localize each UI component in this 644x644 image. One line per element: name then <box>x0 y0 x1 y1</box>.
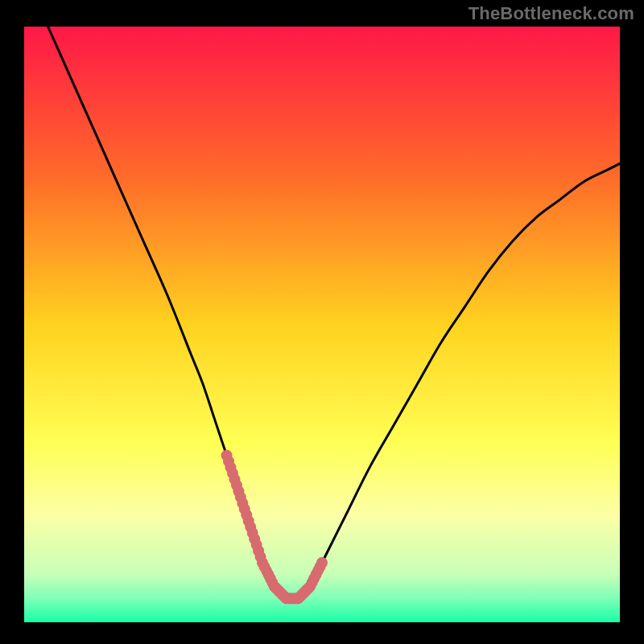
chart-frame: TheBottleneck.com <box>0 0 644 644</box>
watermark-text: TheBottleneck.com <box>469 3 634 24</box>
svg-point-48 <box>316 557 328 568</box>
bottleneck-chart <box>0 0 644 644</box>
plot-background <box>24 27 620 622</box>
